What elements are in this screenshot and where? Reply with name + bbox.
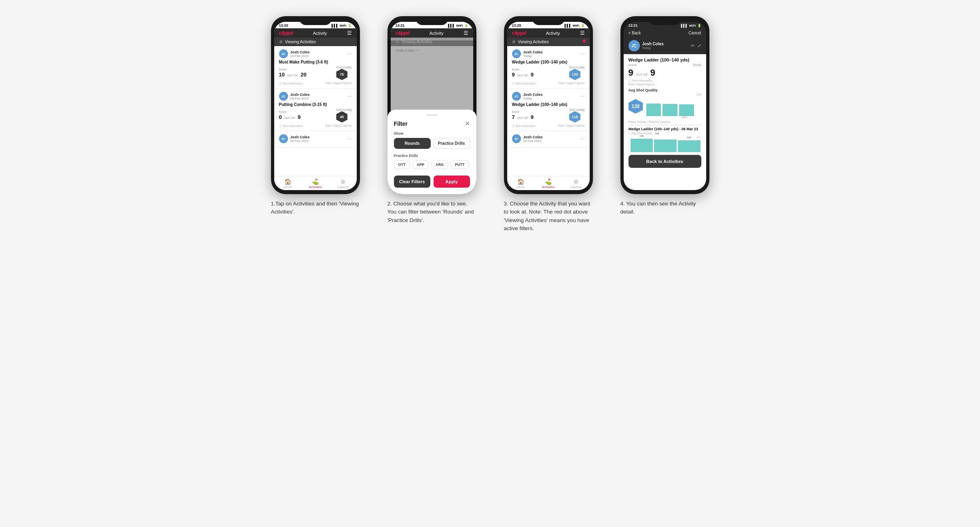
detail-actions-4: ✏ ⤢ (691, 43, 701, 49)
user-date-1-3: 28 Feb 2023 (290, 139, 310, 143)
drill-name-3-1: Wedge Ladder (100–140 yds) (512, 60, 585, 64)
close-icon-2[interactable]: ✕ (465, 120, 470, 127)
home-icon-1: 🏠 (284, 178, 291, 185)
activity-card-3-1[interactable]: JC Josh Coles Today ··· Wedge Ladder (10… (507, 46, 590, 89)
activity-card-3-3[interactable]: JC Josh Coles 28 Feb 2023 ··· (507, 131, 590, 148)
card-user-3-2: JC Josh Coles Today (512, 92, 543, 101)
footer-right-1-2: Data: Clippd Capture (325, 124, 351, 128)
nav-capture-label-3: Capture (570, 185, 581, 189)
avatar-3-3: JC (512, 134, 521, 143)
viewing-bar-3[interactable]: ⚙ Viewing Activities (507, 38, 590, 46)
hamburger-icon-3[interactable]: ☰ (580, 30, 585, 36)
drill-ott-2[interactable]: OTT (394, 160, 410, 169)
chart-labels-4: APP (646, 116, 701, 119)
card-footer-3-1: ⓘ Test Information Data: Clippd Capture (512, 82, 585, 86)
apply-btn-2[interactable]: Apply (434, 176, 470, 188)
footer-left-1-1: ⓘ Test Information (279, 82, 303, 86)
avatar-3-2: JC (512, 92, 521, 101)
detail-shots-label-4: Shots (693, 63, 701, 67)
status-icons-2: ▌▌▌ WiFi 🔋 (448, 24, 468, 28)
stats-row-1-1: Score 10 OUT OF 20 Shot Quality 75 (279, 66, 352, 80)
viewing-label-1: Viewing Activities (285, 40, 316, 44)
dots-icon-3-2[interactable]: ··· (580, 93, 584, 99)
outof-3-2: OUT OF (517, 116, 528, 119)
nav-activities-1[interactable]: ⛳ Activities (302, 176, 329, 190)
nav-activities-3[interactable]: ⛳ Activities (535, 176, 562, 190)
phones-row: 13:20 ▌▌▌ WiFi 🔋 clippd Activity ☰ ⚙ (263, 16, 718, 233)
nav-capture-1[interactable]: ⊕ Capture (329, 176, 357, 190)
rounds-btn-2[interactable]: Rounds (394, 138, 431, 149)
detail-outof-4: OUT OF (636, 73, 648, 76)
screen-3: 13:20 ▌▌▌ WiFi 🔋 clippd Activity ☰ ⚙ (507, 22, 590, 190)
sq-hex-1-1: 75 (336, 69, 347, 80)
outof-1-2: OUT OF (284, 116, 295, 119)
dots-icon-1-1[interactable]: ··· (347, 51, 351, 57)
card-header-1-1: JC Josh Coles 28 Feb 2023 ··· (279, 49, 352, 58)
drill-arg-2[interactable]: ARG (431, 160, 448, 169)
wifi-icon-1: WiFi (340, 24, 347, 28)
user-date-3-1: Today (523, 54, 543, 58)
practice-btn-2[interactable]: Practice Drills (433, 138, 470, 149)
filter-handle-2 (426, 114, 438, 116)
score-label-3-2: Score (512, 110, 534, 113)
nav-home-1[interactable]: 🏠 Home (274, 176, 302, 190)
bar-chart-4 (646, 94, 701, 116)
back-activities-btn-4[interactable]: Back to Activities (629, 155, 701, 168)
card-header-1-2: JC Josh Coles 28 Feb 2023 ··· (279, 92, 352, 101)
dots-icon-3-3[interactable]: ··· (580, 136, 584, 142)
battery-icon-1: 🔋 (348, 24, 352, 28)
nav-home-3[interactable]: 🏠 Home (507, 176, 535, 190)
activity-card-3-2[interactable]: JC Josh Coles Today ··· Wedge Ladder (10… (507, 89, 590, 131)
avatar-1-1: JC (279, 49, 288, 58)
edit-icon-4[interactable]: ✏ (691, 43, 695, 49)
app-logo-2: clippd (396, 30, 410, 36)
activity-card-1-1[interactable]: JC Josh Coles 28 Feb 2023 ··· Must Make … (274, 46, 357, 89)
hamburger-icon-1[interactable]: ☰ (347, 30, 352, 36)
nav-home-label-3: Home (516, 185, 525, 189)
card-header-3-2: JC Josh Coles Today ··· (512, 92, 585, 101)
drill-putt-2[interactable]: PUTT (451, 160, 469, 169)
viewing-bar-1[interactable]: ⚙ Viewing Activities (274, 38, 357, 46)
activity-card-1-3[interactable]: JC Josh Coles 28 Feb 2023 ··· (274, 131, 357, 148)
caption-2: 2. Choose what you'd like to see. You ca… (387, 200, 476, 224)
dots-icon-1-2[interactable]: ··· (347, 93, 351, 99)
activity-card-1-2[interactable]: JC Josh Coles 28 Feb 2023 ··· Putting Co… (274, 89, 357, 131)
notch-4 (649, 16, 681, 25)
card-user-3-3: JC Josh Coles 28 Feb 2023 (512, 134, 543, 143)
outof-1-1: OUT OF (287, 74, 298, 77)
drill-app-2[interactable]: APP (413, 160, 429, 169)
nav-capture-3[interactable]: ⊕ Capture (562, 176, 590, 190)
screen-4: 13:21 ▌▌▌ WiFi 🔋 < Back Cancel JC (624, 22, 706, 190)
signal-icon-3: ▌▌▌ (565, 24, 571, 28)
hamburger-icon-2[interactable]: ☰ (464, 30, 468, 36)
shots-val-3-1: 9 (531, 72, 533, 78)
user-info-3-2: Josh Coles Today (523, 93, 543, 100)
cancel-btn-4[interactable]: Cancel (688, 31, 701, 35)
expand-icon-4[interactable]: ⤢ (697, 43, 701, 49)
score-val-1-2: 0 (279, 114, 282, 120)
avatar-4: JC (629, 40, 640, 51)
phone-2: 13:21 ▌▌▌ WiFi 🔋 clippd Activity ☰ ⚙ (387, 16, 476, 194)
time-3: 13:20 (512, 23, 521, 28)
back-btn-4[interactable]: < Back (629, 31, 641, 35)
bar-2-4 (663, 104, 677, 116)
screen-1: 13:20 ▌▌▌ WiFi 🔋 clippd Activity ☰ ⚙ (274, 22, 357, 190)
app-header-2: clippd Activity ☰ (391, 28, 473, 38)
screen-content-3: JC Josh Coles Today ··· Wedge Ladder (10… (507, 46, 590, 190)
nav-activities-label-1: Activities (309, 185, 322, 189)
filter-overlay-2: Filter ✕ Show Rounds Practice Drills Pra… (391, 40, 473, 190)
footer-left-3-2: ⓘ Test Information (512, 124, 536, 128)
stats-row-1-2: Score 0 OUT OF 9 Shot Quality 45 (279, 108, 352, 123)
activity-list-3: JC Josh Coles Today ··· Wedge Ladder (10… (507, 46, 590, 176)
user-date-3-3: 28 Feb 2023 (523, 139, 543, 143)
dots-icon-3-1[interactable]: ··· (580, 51, 584, 57)
chart-label-3-4: APP (682, 116, 687, 119)
status-icons-3: ▌▌▌ WiFi 🔋 (565, 24, 585, 28)
nav-home-label-1: Home (284, 185, 292, 189)
clear-filters-btn-2[interactable]: Clear Filters (394, 176, 430, 188)
phone-4: 13:21 ▌▌▌ WiFi 🔋 < Back Cancel JC (620, 16, 709, 194)
capture-icon-1: ⊕ (341, 178, 345, 185)
detail-header-4: < Back Cancel (624, 28, 706, 38)
sq-label-1-2: Shot Quality (336, 108, 351, 111)
dots-icon-1-3[interactable]: ··· (347, 136, 351, 142)
